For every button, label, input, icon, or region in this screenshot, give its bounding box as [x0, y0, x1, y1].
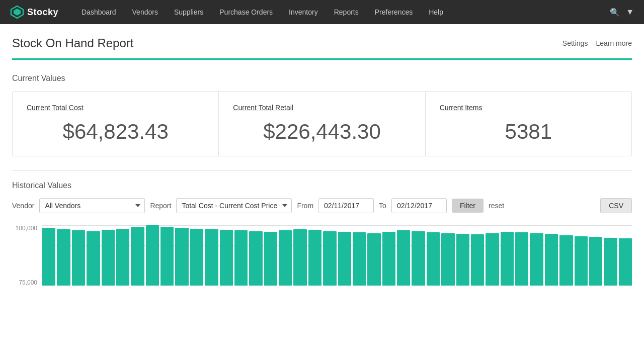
chart-bar	[234, 230, 248, 286]
chart-bar	[42, 228, 55, 286]
chart-bar	[131, 227, 144, 286]
chart-bar	[412, 231, 425, 286]
user-dropdown-icon[interactable]: ▼	[626, 8, 634, 17]
historical-values-title: Historical Values	[12, 181, 632, 190]
nav-link-dashboard[interactable]: Dashboard	[73, 0, 124, 24]
chart-bar	[397, 230, 410, 286]
chart-bar	[57, 229, 70, 286]
chart-bar	[427, 232, 440, 286]
chart-bar	[146, 225, 159, 286]
chart-area: 100,00075,000	[12, 225, 632, 296]
chart-bar	[338, 232, 351, 286]
chart-bars-wrapper	[42, 225, 632, 286]
chart-bar	[382, 232, 395, 286]
chart-bar	[501, 232, 514, 286]
chart-bar	[175, 228, 188, 286]
nav-link-help[interactable]: Help	[421, 0, 451, 24]
to-label: To	[379, 202, 386, 210]
settings-link[interactable]: Settings	[562, 39, 588, 47]
csv-button[interactable]: CSV	[600, 198, 632, 213]
chart-bar	[87, 231, 100, 286]
section-divider	[12, 170, 632, 171]
chart-bar	[323, 231, 336, 286]
metric-label-items: Current Items	[440, 104, 617, 112]
nav-link-reports[interactable]: Reports	[326, 0, 367, 24]
chart-bar	[575, 236, 588, 286]
chart-bar	[102, 230, 115, 286]
chart-bars	[42, 225, 632, 286]
nav-link-suppliers[interactable]: Suppliers	[166, 0, 211, 24]
historical-values-section: Historical Values Vendor All Vendors Rep…	[12, 181, 632, 296]
to-date-input[interactable]	[391, 198, 447, 213]
progress-bar	[12, 58, 632, 60]
page-header-actions: Settings Learn more	[562, 39, 632, 47]
logo[interactable]: Stocky	[10, 5, 58, 19]
nav-links: DashboardVendorsSuppliersPurchase Orders…	[73, 0, 610, 24]
current-values-section: Current Values Current Total Cost $64,82…	[12, 74, 632, 156]
chart-bar	[308, 230, 321, 286]
chart-y-label: 100,000	[16, 225, 37, 231]
chart-bar	[441, 233, 454, 286]
metric-value-items: 5381	[440, 120, 617, 144]
metric-cards: Current Total Cost $64,823.43 Current To…	[12, 91, 632, 156]
chart-bar	[619, 238, 632, 286]
chart-bar	[604, 238, 617, 286]
from-date-input[interactable]	[318, 198, 374, 213]
nav-link-preferences[interactable]: Preferences	[367, 0, 421, 24]
main-content: Stock On Hand Report Settings Learn more…	[0, 24, 644, 296]
vendor-select[interactable]: All Vendors	[39, 198, 145, 213]
chart-bar	[72, 230, 85, 286]
chart-bar	[367, 233, 380, 286]
chart-y-axis: 100,00075,000	[12, 225, 42, 286]
metric-card-items: Current Items 5381	[426, 92, 631, 156]
chart-container: 100,00075,000	[12, 225, 632, 286]
chart-bar	[559, 235, 573, 286]
chart-bar	[190, 229, 203, 286]
chart-bar	[249, 231, 262, 286]
chart-y-label: 75,000	[19, 280, 37, 286]
chart-bar	[220, 230, 233, 286]
chart-bar	[471, 234, 484, 286]
filter-row: Vendor All Vendors Report Total Cost - C…	[12, 198, 632, 213]
report-label: Report	[150, 202, 171, 210]
chart-bar	[589, 237, 602, 286]
chart-bar	[545, 234, 558, 286]
nav-link-inventory[interactable]: Inventory	[281, 0, 326, 24]
chart-bar	[456, 234, 469, 286]
reset-link[interactable]: reset	[489, 202, 504, 210]
chart-bar	[530, 233, 543, 286]
learn-more-link[interactable]: Learn more	[596, 39, 632, 47]
chart-bar	[160, 227, 174, 286]
navigation: Stocky DashboardVendorsSuppliersPurchase…	[0, 0, 644, 24]
logo-text: Stocky	[27, 7, 58, 18]
current-values-title: Current Values	[12, 74, 632, 83]
filter-button[interactable]: Filter	[452, 199, 484, 213]
chart-bar	[353, 232, 366, 286]
chart-bar	[205, 229, 218, 286]
metric-label-retail: Current Total Retail	[233, 104, 411, 112]
from-label: From	[297, 202, 313, 210]
metric-card-retail: Current Total Retail $226,443.30	[219, 92, 425, 156]
logo-icon	[10, 5, 24, 19]
report-select[interactable]: Total Cost - Current Cost Price	[176, 198, 292, 213]
chart-bar	[486, 233, 499, 286]
chart-bar	[279, 230, 292, 286]
chart-bar	[116, 229, 129, 286]
metric-value-cost: $64,823.43	[27, 120, 204, 144]
search-icon[interactable]: 🔍	[610, 8, 620, 17]
svg-marker-1	[14, 9, 21, 16]
nav-link-vendors[interactable]: Vendors	[124, 0, 166, 24]
chart-bar	[515, 232, 528, 286]
nav-link-purchase-orders[interactable]: Purchase Orders	[211, 0, 281, 24]
metric-card-cost: Current Total Cost $64,823.43	[13, 92, 219, 156]
metric-label-cost: Current Total Cost	[27, 104, 204, 112]
nav-right: 🔍 ▼	[610, 8, 634, 17]
vendor-label: Vendor	[12, 202, 34, 210]
page-header: Stock On Hand Report Settings Learn more	[12, 36, 632, 50]
chart-bar	[293, 229, 306, 286]
metric-value-retail: $226,443.30	[233, 120, 411, 144]
page-title: Stock On Hand Report	[12, 36, 133, 50]
chart-bar	[264, 232, 277, 286]
